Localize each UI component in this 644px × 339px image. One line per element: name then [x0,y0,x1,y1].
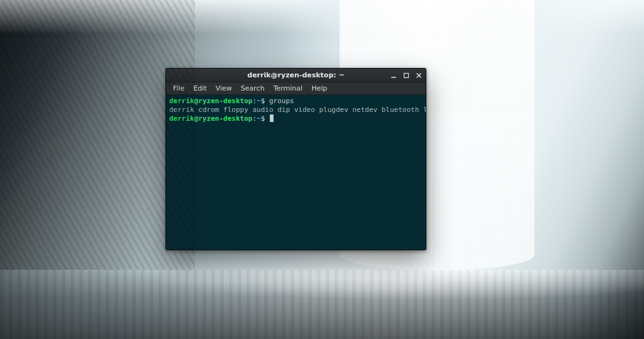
titlebar[interactable]: derrik@ryzen-desktop: ~ [166,69,426,82]
command-text: groups [269,97,294,105]
menu-terminal[interactable]: Terminal [269,83,308,94]
close-icon [416,72,422,79]
minimize-icon [391,72,397,79]
window-controls [389,69,423,82]
output-line: derrik cdrom floppy audio dip video plug… [169,106,426,114]
menu-view[interactable]: View [211,83,236,94]
menu-search[interactable]: Search [236,83,269,94]
prompt-symbol: $ [261,97,265,105]
window-title: derrik@ryzen-desktop: ~ [166,71,426,79]
terminal-window[interactable]: derrik@ryzen-desktop: ~ File Edit View S… [165,68,426,250]
terminal-body[interactable]: derrik@ryzen-desktop:~$ groups derrik cd… [166,95,426,250]
prompt-user-host: derrik@ryzen-desktop [169,114,252,123]
desktop-wallpaper: derrik@ryzen-desktop: ~ File Edit View S… [0,0,644,339]
menu-help[interactable]: Help [307,83,331,94]
menubar: File Edit View Search Terminal Help [166,82,426,95]
prompt-path: ~ [257,114,261,123]
svg-rect-1 [404,73,409,77]
maximize-button[interactable] [402,71,411,80]
close-button[interactable] [414,71,423,80]
menu-edit[interactable]: Edit [189,83,211,94]
cursor-icon [270,114,274,122]
prompt-symbol: $ [261,114,265,123]
terminal-line: derrik@ryzen-desktop:~$ groups [169,97,294,105]
terminal-line: derrik@ryzen-desktop:~$ [169,114,274,123]
minimize-button[interactable] [389,71,398,80]
menu-file[interactable]: File [169,83,189,94]
maximize-icon [403,72,409,79]
prompt-path: ~ [257,97,261,105]
prompt-user-host: derrik@ryzen-desktop [169,97,252,105]
